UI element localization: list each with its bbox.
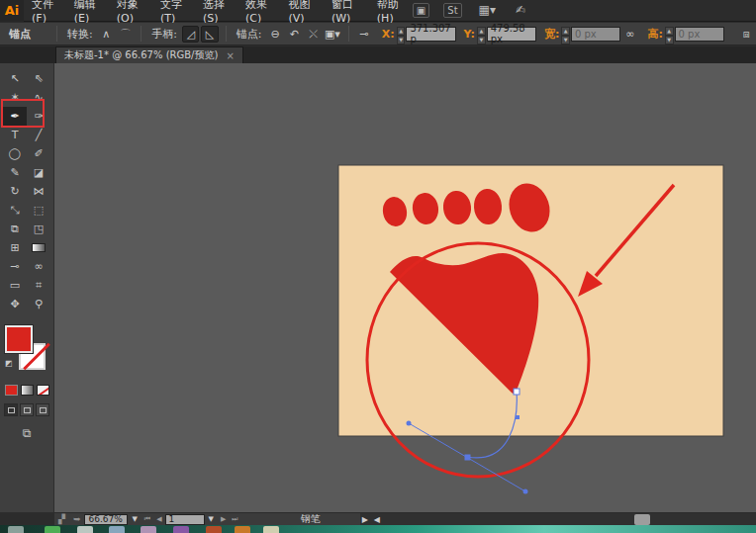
selection-tool[interactable]: ↖ [3, 69, 27, 88]
fill-swatch-red[interactable] [5, 325, 33, 353]
isolate-selection-icon[interactable]: ▣▾ [324, 26, 340, 43]
hand-tool[interactable]: ✥ [3, 295, 27, 313]
style-switcher-icon[interactable]: St [443, 3, 461, 18]
height-stepper[interactable]: ▲▼ [665, 27, 674, 42]
workspace-switcher-icon[interactable]: ▦▾ [476, 4, 499, 17]
height-input[interactable]: 0 px [675, 27, 724, 42]
x-input[interactable]: 371.307 p [406, 27, 455, 42]
transform-panel-icon[interactable]: ⧈ [738, 26, 755, 43]
pen-tool[interactable]: ✒ [3, 107, 27, 126]
menu-item-2[interactable]: 对象(O) [109, 0, 152, 22]
x-stepper[interactable]: ▲▼ [397, 27, 406, 42]
eyedropper-tool[interactable]: ⊸ [3, 257, 27, 276]
arrange-documents-icon[interactable]: ▣ [413, 3, 429, 18]
taskbar-app-icon-7[interactable] [235, 526, 250, 533]
anchor-point-tip[interactable] [514, 389, 520, 395]
scroll-right-icon[interactable]: ▶ [362, 513, 368, 526]
taskbar-app-icon-8[interactable] [263, 526, 279, 533]
none-button[interactable] [37, 385, 49, 396]
next-artboard-icon[interactable]: ▶ [218, 515, 229, 523]
close-tab-icon[interactable]: × [226, 50, 234, 61]
scrollbar-thumb[interactable] [634, 514, 650, 525]
document-tab[interactable]: 未标题-1* @ 66.67% (RGB/预览) × [55, 46, 243, 63]
export-flow-icon[interactable]: ➥ [69, 514, 85, 524]
zoom-dropdown-icon[interactable]: ▼ [128, 515, 141, 523]
width-input[interactable]: 0 px [571, 27, 620, 42]
rotate-tool[interactable]: ↻ [3, 182, 27, 201]
menu-item-8[interactable]: 帮助(H) [369, 0, 413, 22]
cut-path-icon[interactable]: ⤬ [305, 26, 322, 43]
menu-item-0[interactable]: 文件(F) [24, 0, 66, 22]
last-artboard-icon[interactable]: ⏭ [229, 515, 240, 523]
free-transform-tool[interactable]: ⬚ [27, 201, 50, 220]
zoom-tool[interactable]: ⚲ [27, 295, 50, 313]
convert-smooth-icon[interactable]: ⌒ [117, 26, 134, 43]
slice-tool[interactable]: ⌗ [27, 276, 50, 295]
menu-item-5[interactable]: 效果(C) [237, 0, 281, 22]
width-stepper[interactable]: ▲▼ [561, 27, 570, 42]
hide-handles-icon[interactable]: ◺ [201, 26, 218, 43]
direction-handle-left[interactable] [407, 421, 412, 426]
menu-item-3[interactable]: 文字(T) [152, 0, 195, 22]
blend-tool[interactable]: ∞ [27, 257, 50, 276]
scale-tool[interactable]: ⤡ [3, 201, 27, 220]
line-segment-tool[interactable]: ╱ [27, 126, 50, 144]
control-bar: 锚点 转换: ∧ ⌒ 手柄: ◿ ◺ 锚点: ⊖ ↶ ⤬ ▣▾ ⊸ X: ▲▼ … [0, 23, 756, 45]
cs-live-icon[interactable]: ✍ [513, 4, 528, 17]
magic-wand-tool[interactable]: ✶ [3, 88, 27, 107]
gradient-button[interactable] [21, 385, 34, 396]
taskbar-app-icon-2[interactable] [77, 526, 93, 533]
lasso-tool[interactable]: ∿ [27, 88, 50, 107]
anchor-handle-small[interactable] [516, 415, 520, 419]
y-stepper[interactable]: ▲▼ [477, 27, 486, 42]
windows-taskbar-sliver[interactable] [0, 525, 756, 533]
ellipse-tool[interactable]: ◯ [3, 144, 27, 163]
eraser-tool[interactable]: ◪ [27, 163, 50, 182]
taskbar-app-icon-6[interactable] [206, 526, 222, 533]
default-swatches-icon[interactable]: ◩ [5, 359, 15, 369]
screen-mode-button[interactable]: ⧉ [19, 426, 35, 440]
taskbar-app-icon-0[interactable] [8, 526, 24, 533]
prev-artboard-icon[interactable]: ◀ [153, 515, 164, 523]
menu-item-1[interactable]: 编辑(E) [66, 0, 109, 22]
zoom-level-field[interactable]: 66.67% [84, 514, 128, 525]
paintbrush-tool[interactable]: ✐ [27, 144, 50, 163]
taskbar-app-icon-3[interactable] [109, 526, 125, 533]
menu-item-4[interactable]: 选择(S) [195, 0, 237, 22]
taskbar-app-icon-5[interactable] [173, 526, 189, 533]
y-input[interactable]: 479.58 px [487, 27, 536, 42]
artboard-tool[interactable]: ▭ [3, 276, 27, 295]
shape-builder-tool[interactable]: ⧉ [3, 220, 27, 238]
taskbar-app-icon-4[interactable] [141, 526, 156, 533]
show-handles-icon[interactable]: ◿ [182, 26, 199, 43]
scroll-left-icon[interactable]: ◀ [374, 513, 380, 526]
draw-behind-button[interactable] [20, 403, 34, 416]
direction-handle-right[interactable] [523, 489, 528, 494]
connect-anchor-icon[interactable]: ↶ [286, 26, 303, 43]
artboard-dropdown-icon[interactable]: ▼ [205, 515, 218, 523]
gradient-tool[interactable] [27, 238, 50, 257]
pencil-tool[interactable]: ✎ [3, 163, 27, 182]
color-button[interactable] [5, 385, 18, 396]
menu-item-6[interactable]: 视图(V) [281, 0, 324, 22]
menu-item-7[interactable]: 窗口(W) [324, 0, 369, 22]
link-dimensions-icon[interactable]: ∞ [621, 26, 638, 43]
type-tool[interactable]: T [3, 126, 27, 144]
taskbar-app-icon-1[interactable] [45, 526, 60, 533]
horizontal-scrollbar[interactable]: ▶ ◀ [360, 513, 756, 526]
perspective-grid-tool[interactable]: ◳ [27, 220, 50, 238]
stroke-style-icon[interactable]: ⊸ [356, 26, 373, 43]
anchor-point-selected[interactable] [465, 455, 471, 461]
mesh-tool[interactable]: ⊞ [3, 238, 27, 257]
canvas-area[interactable] [54, 63, 756, 512]
artboard-number-field[interactable]: 1 [165, 514, 205, 525]
remove-anchor-icon[interactable]: ⊖ [266, 26, 283, 43]
convert-corner-icon[interactable]: ∧ [98, 26, 115, 43]
first-artboard-icon[interactable]: ⏮ [142, 515, 153, 523]
draw-inside-button[interactable] [36, 403, 49, 416]
width-tool[interactable]: ⋈ [27, 182, 50, 201]
drawing-surface[interactable] [54, 63, 756, 512]
blob-brush-tool[interactable]: ✑ [27, 107, 50, 126]
draw-normal-button[interactable] [4, 403, 18, 416]
direct-selection-tool[interactable]: ⇖ [27, 69, 50, 88]
